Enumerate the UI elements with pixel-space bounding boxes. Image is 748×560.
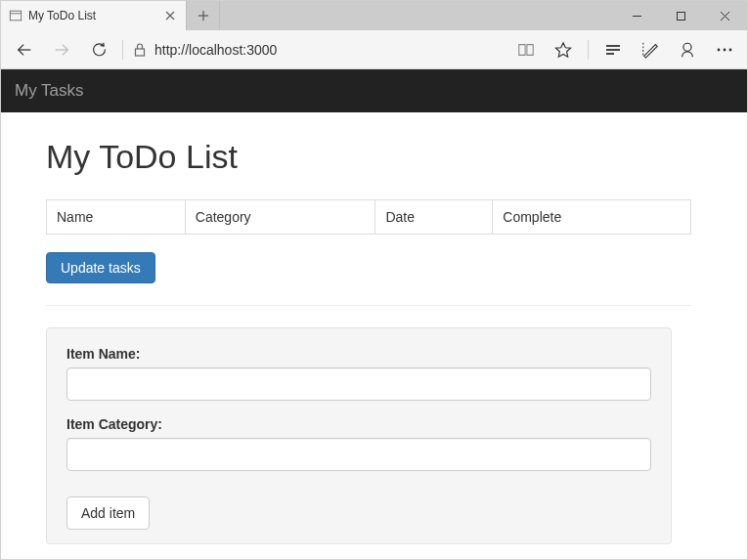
svg-point-19 bbox=[718, 48, 721, 51]
tab-bar: My ToDo List bbox=[1, 1, 747, 30]
lock-icon bbox=[133, 42, 147, 58]
hub-icon bbox=[604, 43, 622, 57]
tasks-table: Name Category Date Complete bbox=[46, 199, 691, 235]
close-icon bbox=[720, 11, 730, 22]
toolbar-divider bbox=[122, 40, 123, 60]
notes-button[interactable] bbox=[634, 34, 667, 65]
new-tab-button[interactable] bbox=[187, 1, 220, 30]
pen-ruler-icon bbox=[641, 41, 659, 59]
dots-icon bbox=[716, 47, 733, 53]
tab-title: My ToDo List bbox=[28, 9, 156, 22]
form-group-item-name: Item Name: bbox=[66, 346, 651, 401]
update-tasks-button[interactable]: Update tasks bbox=[46, 252, 155, 283]
browser-tab[interactable]: My ToDo List bbox=[1, 1, 187, 30]
share-icon bbox=[679, 41, 696, 59]
column-header-category: Category bbox=[185, 200, 375, 235]
address-bar bbox=[129, 42, 507, 58]
minimize-icon bbox=[632, 11, 642, 22]
add-item-form: Item Name: Item Category: Add item bbox=[46, 327, 672, 544]
arrow-right-icon bbox=[53, 41, 70, 59]
item-category-label: Item Category: bbox=[66, 416, 651, 432]
section-divider bbox=[46, 305, 691, 306]
browser-toolbar bbox=[1, 30, 747, 69]
more-button[interactable] bbox=[708, 34, 741, 65]
url-input[interactable] bbox=[154, 42, 504, 58]
close-icon bbox=[165, 11, 175, 21]
browser-chrome: My ToDo List bbox=[1, 1, 747, 69]
maximize-icon bbox=[676, 11, 686, 22]
star-icon bbox=[554, 41, 572, 59]
toolbar-right bbox=[509, 34, 741, 65]
nav-forward-button[interactable] bbox=[44, 34, 79, 65]
share-button[interactable] bbox=[671, 34, 704, 65]
favorites-button[interactable] bbox=[547, 34, 580, 65]
svg-marker-13 bbox=[555, 42, 570, 56]
page-title: My ToDo List bbox=[46, 138, 702, 176]
window-controls bbox=[615, 1, 747, 30]
app-brand-link[interactable]: My Tasks bbox=[15, 81, 84, 100]
column-header-name: Name bbox=[47, 200, 186, 235]
refresh-icon bbox=[91, 41, 108, 58]
arrow-left-icon bbox=[16, 41, 33, 59]
nav-refresh-button[interactable] bbox=[81, 34, 116, 65]
toolbar-divider bbox=[588, 40, 589, 60]
form-group-item-category: Item Category: bbox=[66, 416, 651, 471]
item-name-input[interactable] bbox=[66, 367, 651, 401]
item-name-label: Item Name: bbox=[66, 346, 651, 362]
main-container: My ToDo List Name Category Date Complete… bbox=[1, 112, 747, 560]
page-viewport: My Tasks My ToDo List Name Category Date… bbox=[1, 69, 747, 560]
column-header-complete: Complete bbox=[493, 200, 691, 235]
svg-point-18 bbox=[683, 43, 691, 51]
nav-back-button[interactable] bbox=[7, 34, 42, 65]
plus-icon bbox=[198, 10, 209, 22]
svg-rect-7 bbox=[678, 12, 685, 20]
svg-point-20 bbox=[724, 48, 726, 51]
item-category-input[interactable] bbox=[66, 438, 651, 471]
window-close-button[interactable] bbox=[703, 1, 747, 30]
add-item-button[interactable]: Add item bbox=[66, 496, 150, 530]
book-icon bbox=[517, 42, 535, 58]
svg-rect-0 bbox=[10, 11, 21, 21]
hub-button[interactable] bbox=[596, 34, 630, 65]
app-navbar: My Tasks bbox=[1, 69, 747, 112]
svg-point-21 bbox=[729, 48, 732, 51]
table-header-row: Name Category Date Complete bbox=[47, 200, 691, 235]
column-header-date: Date bbox=[375, 200, 493, 235]
window-maximize-button[interactable] bbox=[659, 1, 703, 30]
svg-rect-12 bbox=[136, 49, 145, 56]
reading-view-button[interactable] bbox=[509, 34, 543, 65]
tab-close-button[interactable] bbox=[162, 8, 178, 23]
window-minimize-button[interactable] bbox=[615, 1, 659, 30]
page-icon bbox=[9, 9, 22, 22]
